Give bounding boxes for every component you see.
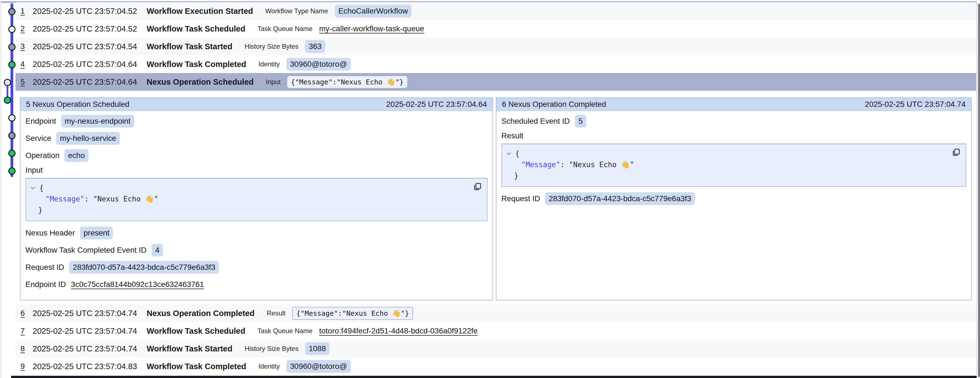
chevron-down-icon[interactable] [30,185,36,191]
event-id-link[interactable]: 9 [21,362,28,371]
timeline-event-dot [8,43,16,51]
event-id-link[interactable]: 4 [21,60,28,69]
event-row[interactable]: 72025-02-25 UTC 23:57:04.74Workflow Task… [16,322,976,340]
copy-button[interactable] [472,182,482,192]
event-timestamp: 2025-02-25 UTC 23:57:04.83 [33,362,146,371]
event-row[interactable]: 82025-02-25 UTC 23:57:04.74Workflow Task… [16,340,976,357]
event-detail-value: 30960@totoro@ [286,58,350,70]
panel-timestamp: 2025-02-25 UTC 23:57:04.64 [386,100,487,109]
json-open-brace: { [39,182,44,193]
json-key: "Message" [45,193,84,204]
event-row[interactable]: 22025-02-25 UTC 23:57:04.52Workflow Task… [16,20,976,38]
event-id-link[interactable]: 5 [21,78,28,86]
panel-header: 5 Nexus Operation Scheduled 2025-02-25 U… [21,98,493,111]
event-detail-value[interactable]: totoro:f494fecf-2d51-4d48-bdcd-036a0f912… [319,327,477,335]
event-name: Nexus Operation Completed [146,309,255,318]
event-detail-label: Task Queue Name [258,25,313,33]
event-name: Workflow Task Scheduled [146,327,245,336]
event-timestamp: 2025-02-25 UTC 23:57:04.64 [33,60,146,69]
field-label: Endpoint ID [25,280,66,289]
event-timestamp: 2025-02-25 UTC 23:57:04.74 [33,309,146,318]
event-detail-label: History Size Bytes [245,345,299,352]
timeline-event-dot [8,167,16,175]
event-id-link[interactable]: 6 [21,309,28,318]
timeline-event-dot [8,150,16,157]
event-name: Workflow Execution Started [146,6,253,16]
event-detail-panel-completed: 6 Nexus Operation Completed 2025-02-25 U… [496,97,972,300]
field-value: present [80,226,113,239]
field-value: my-hello-service [56,132,120,145]
event-history-page: 12025-02-25 UTC 23:57:04.52Workflow Exec… [0,0,980,378]
event-detail-label: History Size Bytes [245,43,299,50]
event-name: Workflow Task Scheduled [146,24,245,33]
event-row[interactable]: 42025-02-25 UTC 23:57:04.64Workflow Task… [16,55,976,73]
event-timestamp: 2025-02-25 UTC 23:57:04.52 [33,6,146,16]
field-label: Result [501,131,523,140]
timeline-event-dot [8,132,16,139]
event-name: Workflow Task Started [146,344,232,353]
event-row[interactable]: 52025-02-25 UTC 23:57:04.64Nexus Operati… [16,73,976,91]
timeline-event-dot [8,61,16,69]
field-label: Request ID [501,194,540,203]
event-name: Workflow Task Completed [146,60,246,69]
event-id-link[interactable]: 3 [21,42,28,51]
event-timestamp: 2025-02-25 UTC 23:57:04.64 [33,78,146,87]
payload-code-block: {"Message": "Nexus Echo 👋"} [25,178,487,221]
timeline-event-dot [8,26,16,33]
left-border [0,1,1,378]
event-detail-value: 30960@totoro@ [286,360,350,373]
event-detail-value: 1088 [305,342,329,355]
event-id-link[interactable]: 2 [21,24,28,33]
event-name: Nexus Operation Scheduled [146,78,254,87]
event-name: Workflow Task Completed [146,362,246,371]
field-value: my-nexus-endpoint [61,115,134,128]
event-detail-label: Task Queue Name [258,327,313,335]
event-id-link[interactable]: 1 [21,6,28,16]
timeline-event-dot [8,8,16,15]
event-timestamp: 2025-02-25 UTC 23:57:04.54 [33,42,146,51]
json-colon: : [560,159,569,170]
event-row[interactable]: 32025-02-25 UTC 23:57:04.54Workflow Task… [16,38,976,55]
event-rows-top: 12025-02-25 UTC 23:57:04.52Workflow Exec… [16,2,976,91]
field-value: 4 [152,244,163,257]
event-name: Workflow Task Started [146,42,232,51]
event-row[interactable]: 12025-02-25 UTC 23:57:04.52Workflow Exec… [16,2,976,20]
json-colon: : [84,193,93,204]
event-id-link[interactable]: 7 [21,327,28,335]
field-label: Endpoint [25,117,56,126]
field-label: Workflow Task Completed Event ID [25,246,146,255]
field-value: 283fd070-d57a-4423-bdca-c5c779e6a3f3 [69,261,219,274]
copy-button[interactable] [951,147,961,158]
event-timestamp: 2025-02-25 UTC 23:57:04.52 [33,24,146,33]
panel-body: Endpointmy-nexus-endpointServicemy-hello… [21,111,493,293]
event-detail-label: Input [266,78,280,86]
field-label: Nexus Header [25,228,75,238]
chevron-down-icon[interactable] [506,150,512,156]
event-id-link[interactable]: 8 [21,344,28,353]
event-detail-value: 363 [305,40,325,53]
event-detail-value: {"Message":"Nexus Echo 👋"} [287,76,407,88]
panel-header: 6 Nexus Operation Completed 2025-02-25 U… [496,98,971,111]
event-row[interactable]: 62025-02-25 UTC 23:57:04.74Nexus Operati… [16,305,976,322]
payload-code-block: {"Message": "Nexus Echo 👋"} [501,144,966,187]
json-value: "Nexus Echo 👋" [569,159,634,170]
json-key: "Message" [521,159,560,170]
field-label: Request ID [25,263,64,272]
horizontal-scrollbar-thumb[interactable] [11,376,977,378]
event-detail-label: Workflow Type Name [265,7,328,15]
vertical-scrollbar-thumb[interactable] [978,4,980,377]
event-rows-bottom: 62025-02-25 UTC 23:57:04.74Nexus Operati… [16,305,976,375]
panel-body: Scheduled Event ID5Result{"Message": "Ne… [496,111,971,207]
field-label: Operation [25,151,59,160]
event-detail-value[interactable]: my-caller-workflow-task-queue [319,24,424,33]
field-label: Scheduled Event ID [501,117,570,126]
json-value: "Nexus Echo 👋" [93,193,158,204]
field-value: 5 [575,115,587,128]
event-timestamp: 2025-02-25 UTC 23:57:04.74 [33,327,146,336]
event-row[interactable]: 92025-02-25 UTC 23:57:04.83Workflow Task… [16,357,976,375]
event-detail-label: Result [267,309,286,317]
panel-timestamp: 2025-02-25 UTC 23:57:04.74 [865,100,966,109]
field-value[interactable]: 3c0c75ccfa8144b092c13ce632463761 [71,280,204,289]
field-label: Service [25,134,51,143]
event-detail-panel-scheduled: 5 Nexus Operation Scheduled 2025-02-25 U… [20,97,493,300]
